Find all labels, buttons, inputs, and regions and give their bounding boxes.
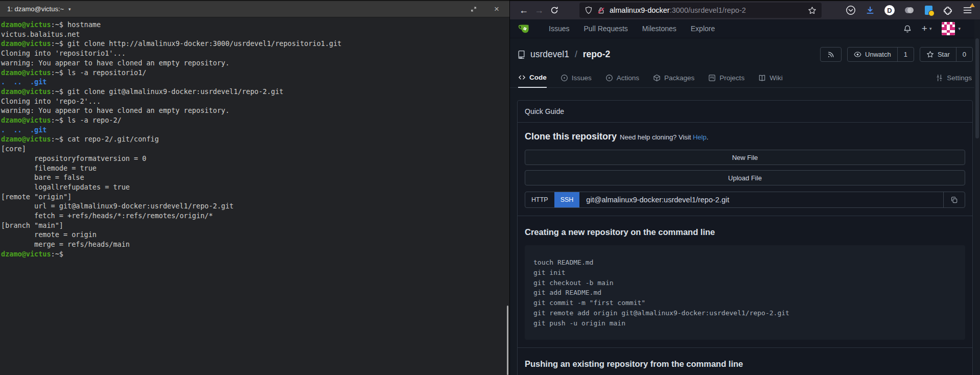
creating-section: Creating a new repository on the command… — [518, 216, 972, 348]
terminal-restore-icon[interactable] — [468, 4, 479, 15]
watch-count[interactable]: 1 — [897, 48, 914, 61]
insecure-lock-icon[interactable] — [597, 7, 605, 14]
toolbar-extensions: D — [845, 5, 973, 16]
star-button-group: Star 0 — [920, 47, 973, 62]
update-badge-icon — [970, 3, 975, 7]
url-host: almalinux9-docker — [610, 6, 670, 14]
help-link[interactable]: Help — [693, 133, 707, 141]
user-menu-caret-icon: ▾ — [958, 26, 961, 31]
navbar-right: + ▾ — [903, 22, 972, 35]
star-label: Star — [938, 51, 950, 58]
screen: 1: dzamo@victus:~ ▾ × dzamo@victus:~$ ho… — [0, 0, 980, 375]
tab-actions-label: Actions — [617, 74, 639, 82]
watch-button-group: Unwatch 1 — [847, 47, 914, 62]
help-suffix: . — [707, 133, 709, 141]
star-button[interactable]: Star — [920, 48, 956, 61]
document-extension-icon[interactable] — [923, 5, 934, 16]
gitea-logo-icon[interactable] — [518, 22, 531, 35]
url-bar[interactable]: almalinux9-docker:3000/usrdevel1/repo-2 — [579, 3, 822, 18]
tab-settings-label: Settings — [947, 74, 972, 82]
star-count[interactable]: 0 — [956, 48, 972, 61]
forward-icon[interactable]: → — [531, 3, 547, 17]
browser-window: ← → — [509, 0, 980, 375]
star-icon — [926, 51, 934, 58]
create-new-button[interactable]: + ▾ — [922, 23, 932, 34]
extensions-puzzle-icon[interactable] — [942, 5, 953, 16]
avatar — [942, 22, 955, 35]
creating-heading: Creating a new repository on the command… — [525, 227, 965, 237]
rss-button-group — [820, 47, 842, 62]
quick-guide-title: Quick Guide — [518, 101, 972, 123]
terminal-close-icon[interactable]: × — [491, 4, 502, 15]
shield-icon[interactable] — [585, 6, 593, 14]
nav-item-milestones[interactable]: Milestones — [642, 25, 676, 33]
tab-settings[interactable]: Settings — [936, 74, 972, 87]
nav-item-explore[interactable]: Explore — [691, 25, 715, 33]
new-file-button[interactable]: New File — [525, 150, 965, 165]
clone-url-input[interactable] — [579, 192, 943, 207]
copy-url-button[interactable] — [943, 192, 965, 207]
tab-wiki-label: Wiki — [769, 74, 783, 82]
repo-name-link[interactable]: repo-2 — [583, 49, 610, 60]
terminal-output[interactable]: dzamo@victus:~$ hostnamevictus.balaitus.… — [0, 17, 509, 259]
gitea-navbar: Issues Pull Requests Milestones Explore … — [510, 19, 980, 38]
plus-icon: + — [922, 23, 927, 34]
bookmark-star-icon[interactable] — [808, 6, 816, 15]
tab-packages[interactable]: Packages — [653, 74, 694, 87]
repo-header: usrdevel1 / repo-2 — [510, 38, 980, 68]
repo-owner-link[interactable]: usrdevel1 — [530, 49, 569, 60]
tab-code[interactable]: Code — [518, 74, 547, 88]
eye-icon — [854, 51, 861, 58]
terminal-title: 1: dzamo@victus:~ — [7, 5, 64, 13]
ssh-toggle-button[interactable]: SSH — [554, 192, 580, 207]
repo-icon — [517, 50, 526, 59]
terminal-window: 1: dzamo@victus:~ ▾ × dzamo@victus:~$ ho… — [0, 0, 509, 375]
duckduckgo-extension-icon[interactable]: D — [884, 5, 895, 16]
browser-scrollbar[interactable] — [974, 19, 980, 375]
create-caret-icon: ▾ — [929, 26, 932, 31]
tab-actions[interactable]: Actions — [605, 74, 639, 87]
containers-extension-icon[interactable] — [903, 5, 915, 16]
url-text[interactable]: almalinux9-docker:3000/usrdevel1/repo-2 — [610, 6, 803, 14]
repo-title: usrdevel1 / repo-2 — [517, 49, 610, 60]
clone-heading-text: Clone this repository — [525, 131, 617, 142]
reload-icon[interactable] — [547, 3, 562, 17]
download-icon[interactable] — [865, 5, 876, 16]
tab-packages-label: Packages — [664, 74, 694, 82]
tab-wiki[interactable]: Wiki — [758, 74, 783, 87]
repo-content: Quick Guide Clone this repositoryNeed he… — [510, 88, 980, 375]
terminal-title-caret-icon[interactable]: ▾ — [68, 7, 71, 12]
unwatch-button[interactable]: Unwatch — [848, 48, 897, 61]
clone-url-panel: HTTP SSH — [525, 192, 965, 208]
url-path: :3000/usrdevel1/repo-2 — [670, 6, 746, 14]
clone-section: Clone this repositoryNeed help cloning? … — [518, 123, 972, 216]
unwatch-label: Unwatch — [865, 51, 891, 58]
tab-issues[interactable]: Issues — [561, 74, 592, 87]
upload-file-button[interactable]: Upload File — [525, 170, 965, 185]
terminal-scrollbar[interactable] — [507, 306, 508, 375]
nav-item-pull-requests[interactable]: Pull Requests — [584, 25, 627, 33]
notifications-bell-icon[interactable] — [903, 25, 912, 33]
help-prefix: Need help cloning? Visit — [620, 133, 691, 141]
tab-projects[interactable]: Projects — [708, 74, 744, 87]
repo-separator: / — [575, 49, 577, 60]
rss-button[interactable] — [821, 48, 841, 61]
clone-heading: Clone this repositoryNeed help cloning? … — [525, 131, 965, 142]
pocket-icon[interactable] — [845, 5, 856, 16]
repo-tabs: Code Issues Actions Packages — [510, 68, 980, 88]
user-menu[interactable]: ▾ — [942, 22, 961, 35]
menu-icon[interactable] — [962, 5, 973, 16]
http-toggle-button[interactable]: HTTP — [525, 192, 554, 207]
tab-issues-label: Issues — [572, 74, 592, 82]
browser-scrollbar-thumb[interactable] — [975, 38, 979, 138]
tab-code-label: Code — [529, 74, 547, 81]
nav-item-issues[interactable]: Issues — [549, 25, 569, 33]
back-icon[interactable]: ← — [516, 3, 531, 17]
pushing-section: Pushing an existing repository from the … — [518, 348, 972, 375]
browser-toolbar: ← → — [510, 0, 980, 19]
quick-guide-box: Quick Guide Clone this repositoryNeed he… — [517, 100, 973, 375]
tab-projects-label: Projects — [719, 74, 744, 82]
creating-code-block: touch README.md git init git checkout -b… — [525, 245, 965, 340]
terminal-titlebar[interactable]: 1: dzamo@victus:~ ▾ × — [0, 0, 509, 17]
clone-help-text: Need help cloning? Visit Help. — [620, 133, 708, 141]
